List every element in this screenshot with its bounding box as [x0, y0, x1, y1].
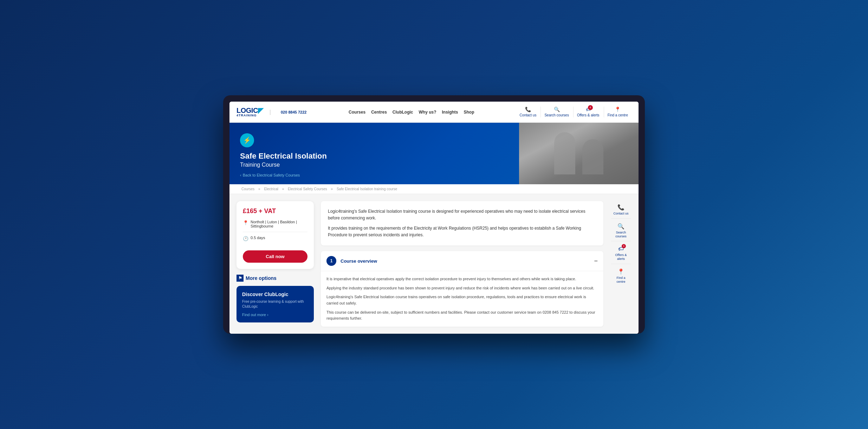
header-offers[interactable]: 🏷 4 Offers & alerts: [573, 107, 603, 117]
header-find-centre[interactable]: 📍 Find a centre: [604, 107, 631, 117]
accordion-toggle[interactable]: 1 Course overview −: [321, 251, 603, 271]
accordion-number: 1: [326, 256, 336, 266]
more-options-heading: ⚑ More options: [237, 275, 314, 282]
sidebar-contact-label: Contact us: [613, 212, 628, 216]
course-subtitle: Training Course: [240, 162, 509, 168]
sidebar-find-centre[interactable]: 📍 Find a centre: [611, 265, 631, 287]
hero-content: ⚡ Safe Electrical Isolation Training Cou…: [229, 123, 519, 184]
hero-section: ⚡ Safe Electrical Isolation Training Cou…: [229, 123, 639, 184]
logo-training-text: 4TRAINING: [237, 114, 263, 117]
accordion-para-1: It is imperative that electrical operati…: [326, 276, 598, 282]
offers-label: Offers & alerts: [577, 113, 600, 117]
search-label: Search courses: [544, 113, 569, 117]
sidebar-search[interactable]: 🔍 Search courses: [611, 220, 631, 242]
clock-icon: 🕐: [243, 236, 248, 241]
back-arrow-icon: ‹: [240, 173, 241, 177]
price-display: £165 + VAT: [243, 207, 307, 215]
sidebar-location-icon: 📍: [617, 268, 624, 275]
accordion-para-2: Applying the industry standard procedure…: [326, 285, 598, 292]
lightning-icon: ⚡: [243, 136, 251, 144]
duration-row: 🕐 0.5 days: [243, 236, 307, 245]
back-link[interactable]: ‹ Back to Electrical Safety Courses: [240, 173, 509, 177]
logo-logic-text: LOGIC: [237, 107, 258, 114]
breadcrumb-sep3: »: [331, 187, 333, 191]
breadcrumb-sep2: »: [282, 187, 284, 191]
course-overview-accordion: 1 Course overview − It is imperative tha…: [321, 251, 603, 327]
offers-icon: 🏷 4: [586, 107, 591, 113]
duration-text: 0.5 days: [251, 236, 265, 240]
main-nav: Courses Centres ClubLogic Why us? Insigh…: [307, 110, 516, 115]
desc-para-1: Logic4training's Safe Electrical Isolati…: [328, 208, 596, 222]
locations-text: Northolt | Luton | Basildon | Sittingbou…: [251, 220, 307, 228]
sidebar-search-icon: 🔍: [617, 223, 624, 230]
sidebar-offers-label: Offers & alerts: [613, 253, 629, 261]
breadcrumb-electrical[interactable]: Electrical: [264, 187, 278, 191]
flag-icon: ⚑: [237, 275, 244, 282]
sidebar-offers[interactable]: 🏷 4 Offers & alerts: [611, 243, 631, 264]
accordion-para-4: This course can be delivered on-site, su…: [326, 309, 598, 322]
sidebar-find-label: Find a centre: [613, 276, 629, 284]
booking-sidebar: £165 + VAT 📍 Northolt | Luton | Basildon…: [237, 201, 314, 327]
sidebar-offers-badge: 4: [622, 244, 626, 248]
nav-courses[interactable]: Courses: [349, 110, 365, 115]
location-icon: 📍: [615, 107, 621, 113]
find-centre-label: Find a centre: [608, 113, 628, 117]
course-icon: ⚡: [240, 133, 254, 147]
price-card: £165 + VAT 📍 Northolt | Luton | Basildon…: [237, 201, 314, 269]
accordion-title: Course overview: [341, 258, 594, 264]
header-search[interactable]: 🔍 Search courses: [540, 107, 572, 117]
accordion-para-3: Logic4training's Safe Electrical Isolati…: [326, 294, 598, 306]
desc-para-2: It provides training on the requirements…: [328, 225, 596, 238]
course-description-box: Logic4training's Safe Electrical Isolati…: [321, 201, 603, 246]
breadcrumb-safety[interactable]: Electrical Safety Courses: [288, 187, 327, 191]
clublogic-title: Discover ClubLogic: [242, 292, 308, 297]
header-contact[interactable]: 📞 Contact us: [516, 107, 540, 117]
accordion-collapse-icon: −: [594, 257, 598, 265]
breadcrumb-current: Safe Electrical Isolation training cours…: [337, 187, 397, 191]
phone-number[interactable]: 020 8845 7222: [281, 110, 306, 114]
nav-clublogic[interactable]: ClubLogic: [393, 110, 413, 115]
site-header: LOGIC ◤ 4TRAINING | 020 8845 7222 Course…: [229, 102, 639, 123]
header-actions: 📞 Contact us 🔍 Search courses 🏷 4 Offers…: [516, 107, 631, 117]
logo-area: LOGIC ◤ 4TRAINING | 020 8845 7222: [237, 107, 307, 117]
breadcrumb: Courses » Electrical » Electrical Safety…: [229, 184, 639, 194]
accordion-body: It is imperative that electrical operati…: [321, 271, 603, 327]
offers-badge: 4: [588, 105, 593, 110]
laptop-frame: LOGIC ◤ 4TRAINING | 020 8845 7222 Course…: [223, 95, 645, 334]
sidebar-contact[interactable]: 📞 Contact us: [611, 201, 631, 219]
nav-shop[interactable]: Shop: [464, 110, 474, 115]
contact-label: Contact us: [520, 113, 537, 117]
breadcrumb-sep1: »: [258, 187, 260, 191]
logo[interactable]: LOGIC ◤ 4TRAINING: [237, 107, 263, 117]
main-content: £165 + VAT 📍 Northolt | Luton | Basildon…: [229, 194, 639, 334]
locations-row: 📍 Northolt | Luton | Basildon | Sittingb…: [243, 220, 307, 232]
sidebar-search-label: Search courses: [613, 231, 629, 238]
clublogic-card: Discover ClubLogic Free pre-course learn…: [237, 286, 314, 322]
hero-image-inner: [519, 123, 639, 184]
location-pin-icon: 📍: [243, 220, 248, 225]
nav-centres[interactable]: Centres: [371, 110, 387, 115]
logo-arrow: ◤: [258, 107, 263, 114]
call-now-button[interactable]: Call now: [243, 250, 307, 263]
hero-image: [519, 123, 639, 184]
nav-why-us[interactable]: Why us?: [419, 110, 436, 115]
clublogic-cta[interactable]: Find out more ›: [242, 313, 308, 317]
more-options-text: More options: [246, 275, 277, 281]
clublogic-description: Free pre-course learning & support with …: [242, 299, 308, 309]
sidebar-offers-icon: 🏷 4: [618, 245, 624, 252]
nav-insights[interactable]: Insights: [442, 110, 458, 115]
back-text: Back to Electrical Safety Courses: [243, 173, 300, 177]
right-sidebar: 📞 Contact us 🔍 Search courses 🏷 4 Offers…: [610, 201, 631, 327]
sidebar-phone-icon: 📞: [617, 204, 624, 211]
divider: |: [270, 109, 271, 115]
breadcrumb-courses[interactable]: Courses: [241, 187, 254, 191]
course-title: Safe Electrical Isolation: [240, 152, 509, 161]
phone-icon: 📞: [525, 107, 531, 113]
course-content: Logic4training's Safe Electrical Isolati…: [321, 201, 603, 327]
laptop-screen: LOGIC ◤ 4TRAINING | 020 8845 7222 Course…: [229, 102, 639, 334]
search-icon: 🔍: [554, 107, 560, 113]
